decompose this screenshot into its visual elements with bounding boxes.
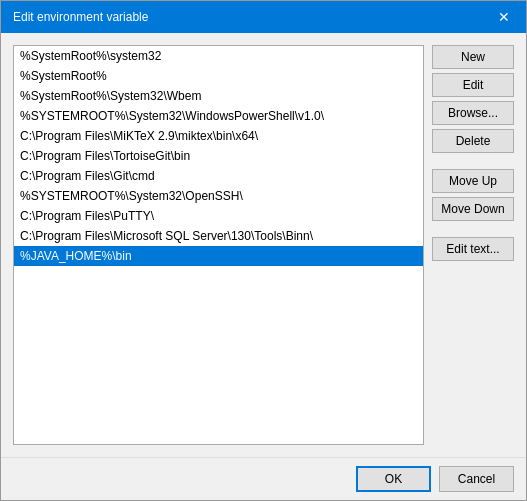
list-item[interactable]: %SystemRoot%\system32 — [14, 46, 423, 66]
list-item[interactable]: %SystemRoot%\System32\Wbem — [14, 86, 423, 106]
dialog-content: %SystemRoot%\system32%SystemRoot%%System… — [1, 33, 526, 457]
new-button[interactable]: New — [432, 45, 514, 69]
list-item[interactable]: C:\Program Files\TortoiseGit\bin — [14, 146, 423, 166]
delete-button[interactable]: Delete — [432, 129, 514, 153]
ok-button[interactable]: OK — [356, 466, 431, 492]
list-item[interactable]: C:\Program Files\MiKTeX 2.9\miktex\bin\x… — [14, 126, 423, 146]
list-item[interactable]: C:\Program Files\PuTTY\ — [14, 206, 423, 226]
move-down-button[interactable]: Move Down — [432, 197, 514, 221]
list-item[interactable]: C:\Program Files\Git\cmd — [14, 166, 423, 186]
list-item[interactable]: %SYSTEMROOT%\System32\WindowsPowerShell\… — [14, 106, 423, 126]
list-item[interactable]: %SYSTEMROOT%\System32\OpenSSH\ — [14, 186, 423, 206]
browse-button[interactable]: Browse... — [432, 101, 514, 125]
edit-environment-variable-dialog: Edit environment variable ✕ %SystemRoot%… — [0, 0, 527, 501]
list-item[interactable]: C:\Program Files\Microsoft SQL Server\13… — [14, 226, 423, 246]
title-bar: Edit environment variable ✕ — [1, 1, 526, 33]
close-button[interactable]: ✕ — [494, 7, 514, 27]
move-up-button[interactable]: Move Up — [432, 169, 514, 193]
cancel-button[interactable]: Cancel — [439, 466, 514, 492]
list-item[interactable]: %SystemRoot% — [14, 66, 423, 86]
edit-button[interactable]: Edit — [432, 73, 514, 97]
list-container: %SystemRoot%\system32%SystemRoot%%System… — [13, 45, 424, 445]
env-variable-list[interactable]: %SystemRoot%\system32%SystemRoot%%System… — [13, 45, 424, 445]
dialog-title: Edit environment variable — [13, 10, 148, 24]
list-item[interactable]: %JAVA_HOME%\bin — [14, 246, 423, 266]
buttons-panel: New Edit Browse... Delete Move Up Move D… — [432, 45, 514, 445]
dialog-footer: OK Cancel — [1, 457, 526, 500]
edit-text-button[interactable]: Edit text... — [432, 237, 514, 261]
